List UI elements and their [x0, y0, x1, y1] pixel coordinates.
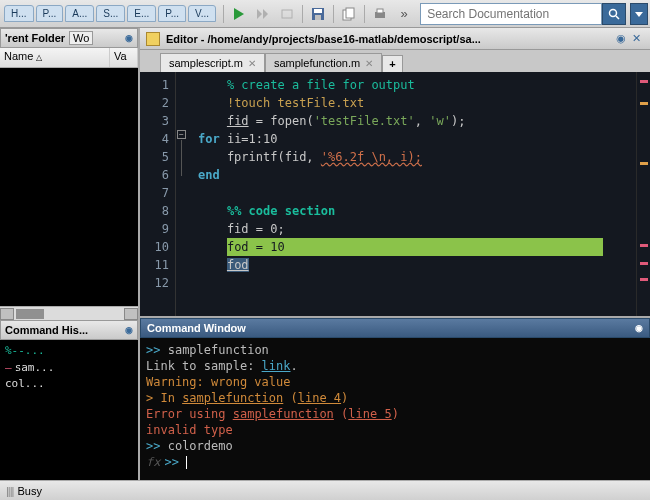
folder-header: Name △ Va — [0, 48, 138, 68]
code-line[interactable]: %% code section — [198, 202, 636, 220]
code-line[interactable]: !touch testFile.txt — [198, 94, 636, 112]
ribbon-tab[interactable]: P... — [36, 5, 64, 22]
ribbon-tabs: H...P...A...S...E...P...V... — [0, 3, 220, 24]
code-line[interactable] — [198, 184, 636, 202]
svg-rect-10 — [377, 9, 383, 13]
command-history-list[interactable]: %--...—sam...col... — [0, 340, 138, 480]
cmdwin-line: Error using samplefunction (line 5) — [146, 406, 644, 422]
search-box — [420, 3, 626, 25]
workspace-tab[interactable]: Wo — [69, 31, 93, 45]
ribbon-tab[interactable]: P... — [158, 5, 186, 22]
cmdwin-menu-icon[interactable]: ◉ — [635, 323, 643, 333]
run-button[interactable] — [228, 3, 250, 25]
svg-point-11 — [610, 9, 617, 16]
svg-marker-1 — [257, 9, 262, 19]
svg-rect-8 — [346, 8, 354, 18]
command-window-title[interactable]: Command Window ◉ — [140, 318, 650, 338]
search-input[interactable] — [420, 3, 602, 25]
cmdwin-line: >> colordemo — [146, 438, 644, 454]
marker-bar[interactable] — [636, 72, 650, 316]
svg-marker-0 — [234, 8, 244, 20]
fx-icon[interactable]: fx — [146, 455, 160, 469]
status-text: Busy — [17, 485, 41, 497]
svg-marker-13 — [635, 12, 643, 17]
copy-button[interactable] — [338, 3, 360, 25]
svg-rect-6 — [315, 15, 321, 20]
editor-file-icon — [146, 32, 160, 46]
code-line[interactable]: fprintf(fid, '%6.2f \n, i); — [198, 148, 636, 166]
cmdwin-line: Link to sample: link. — [146, 358, 644, 374]
ribbon-tab[interactable]: E... — [127, 5, 156, 22]
scroll-thumb[interactable] — [16, 309, 44, 319]
editor-tab[interactable]: samplefunction.m✕ — [265, 53, 382, 72]
folder-panel-menu-icon[interactable]: ◉ — [125, 33, 133, 43]
marker[interactable] — [640, 102, 648, 105]
folder-col-value[interactable]: Va — [110, 48, 138, 67]
current-folder-label: 'rent Folder — [5, 32, 65, 44]
print-button[interactable] — [369, 3, 391, 25]
status-bar: |||| Busy — [0, 480, 650, 500]
command-window-body[interactable]: >> samplefunctionLink to sample: link.Wa… — [140, 338, 650, 480]
cmdwin-line: > In samplefunction (line 4) — [146, 390, 644, 406]
code-line[interactable]: % create a file for output — [198, 76, 636, 94]
ribbon-tab[interactable]: V... — [188, 5, 216, 22]
editor-title: Editor - /home/andy/projects/base16-matl… — [166, 33, 613, 45]
history-item[interactable]: %--... — [5, 343, 133, 360]
marker[interactable] — [640, 80, 648, 83]
code-line[interactable]: fod — [198, 256, 636, 274]
add-tab-button[interactable]: + — [382, 55, 402, 72]
tab-close-icon[interactable]: ✕ — [248, 58, 256, 69]
cmdwin-prompt[interactable]: fx>> — [146, 454, 644, 470]
toolbar-menu-button[interactable] — [630, 3, 648, 25]
history-item[interactable]: col... — [5, 376, 133, 393]
fold-toggle-icon[interactable]: − — [177, 130, 186, 139]
code-line[interactable]: fid = 0; — [198, 220, 636, 238]
code-source[interactable]: % create a file for output !touch testFi… — [190, 72, 636, 316]
marker[interactable] — [640, 244, 648, 247]
ribbon-tab[interactable]: S... — [96, 5, 125, 22]
code-line[interactable]: fid = fopen('testFile.txt', 'w'); — [198, 112, 636, 130]
main-toolbar: H...P...A...S...E...P...V... » — [0, 0, 650, 28]
code-line[interactable]: for ii=1:10 — [198, 130, 636, 148]
ribbon-tab[interactable]: H... — [4, 5, 34, 22]
svg-rect-3 — [282, 10, 292, 18]
folder-hscroll[interactable] — [0, 306, 138, 320]
folder-col-name[interactable]: Name △ — [0, 48, 110, 67]
code-editor[interactable]: 123456789101112 − % create a file for ou… — [140, 72, 650, 316]
editor-titlebar: Editor - /home/andy/projects/base16-matl… — [140, 28, 650, 50]
marker[interactable] — [640, 262, 648, 265]
svg-rect-5 — [314, 9, 322, 13]
editor-tabs: samplescript.m✕samplefunction.m✕+ — [140, 50, 650, 72]
cmdwin-line: invalid type — [146, 422, 644, 438]
folder-list[interactable] — [0, 68, 138, 306]
code-line[interactable]: fod = 10 — [198, 238, 636, 256]
command-window-panel: Command Window ◉ >> samplefunctionLink t… — [140, 316, 650, 480]
step-out-button[interactable] — [276, 3, 298, 25]
editor-tab[interactable]: samplescript.m✕ — [160, 53, 265, 72]
code-line[interactable] — [198, 274, 636, 292]
svg-line-12 — [616, 16, 619, 19]
current-folder-title[interactable]: 'rent Folder Wo ◉ — [0, 28, 138, 48]
marker[interactable] — [640, 162, 648, 165]
command-history-title[interactable]: Command His... ◉ — [0, 320, 138, 340]
editor-close-icon[interactable]: ✕ — [629, 32, 644, 45]
cmdhist-menu-icon[interactable]: ◉ — [125, 325, 133, 335]
cmdwin-line: Warning: wrong value — [146, 374, 644, 390]
more-icon[interactable]: » — [393, 3, 415, 25]
svg-marker-2 — [263, 9, 268, 19]
scroll-left-icon[interactable] — [0, 308, 14, 320]
editor-menu-icon[interactable]: ◉ — [613, 32, 629, 45]
search-button[interactable] — [602, 3, 626, 25]
step-button[interactable] — [252, 3, 274, 25]
fold-gutter: − — [176, 72, 190, 316]
resize-grip-icon[interactable]: |||| — [6, 485, 13, 497]
line-numbers: 123456789101112 — [140, 72, 176, 316]
marker[interactable] — [640, 278, 648, 281]
tab-close-icon[interactable]: ✕ — [365, 58, 373, 69]
ribbon-tab[interactable]: A... — [65, 5, 94, 22]
history-item[interactable]: —sam... — [5, 360, 133, 377]
cmdwin-line: >> samplefunction — [146, 342, 644, 358]
save-button[interactable] — [307, 3, 329, 25]
code-line[interactable]: end — [198, 166, 636, 184]
scroll-right-icon[interactable] — [124, 308, 138, 320]
